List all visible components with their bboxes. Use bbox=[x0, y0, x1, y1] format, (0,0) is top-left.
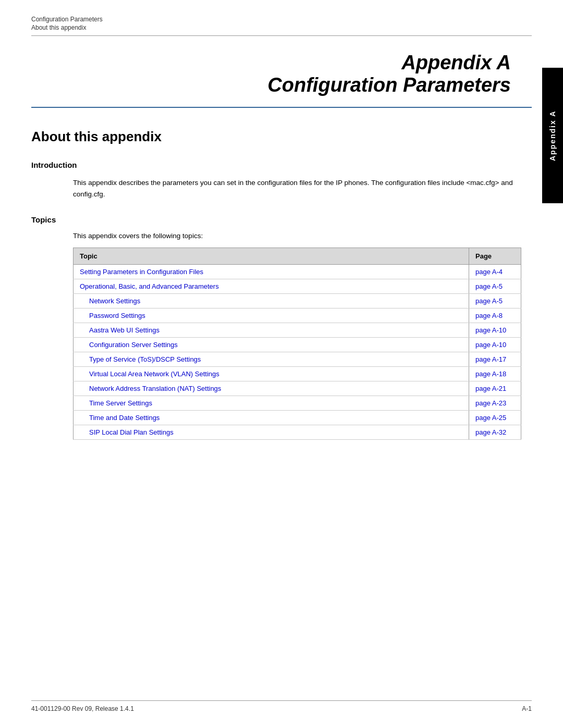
table-row: Setting Parameters in Configuration File… bbox=[74, 265, 521, 279]
side-tab-text: Appendix A bbox=[548, 110, 557, 161]
table-row: Network Settingspage A-5 bbox=[74, 294, 521, 309]
table-row: Operational, Basic, and Advanced Paramet… bbox=[74, 279, 521, 294]
table-cell-page[interactable]: page A-10 bbox=[469, 338, 521, 352]
footer-left: 41-001129-00 Rev 09, Release 1.4.1 bbox=[31, 705, 134, 712]
topics-table: Topic Page Setting Parameters in Configu… bbox=[73, 248, 521, 440]
table-cell-page[interactable]: page A-8 bbox=[469, 309, 521, 323]
table-cell-topic[interactable]: Configuration Server Settings bbox=[74, 338, 469, 352]
footer-right: A-1 bbox=[522, 705, 532, 712]
table-cell-page[interactable]: page A-32 bbox=[469, 425, 521, 440]
table-row: Configuration Server Settingspage A-10 bbox=[74, 338, 521, 352]
col-header-page: Page bbox=[469, 248, 521, 265]
topics-table-wrapper: Topic Page Setting Parameters in Configu… bbox=[31, 248, 532, 440]
table-row: Virtual Local Area Network (VLAN) Settin… bbox=[74, 367, 521, 381]
table-row: Time Server Settingspage A-23 bbox=[74, 396, 521, 411]
breadcrumb-line2: About this appendix bbox=[31, 24, 532, 31]
table-row: Type of Service (ToS)/DSCP Settingspage … bbox=[74, 352, 521, 367]
title-area: Appendix A Configuration Parameters bbox=[0, 36, 563, 107]
table-cell-topic[interactable]: Type of Service (ToS)/DSCP Settings bbox=[74, 352, 469, 367]
title-config-params: Configuration Parameters bbox=[31, 74, 511, 96]
table-cell-page[interactable]: page A-23 bbox=[469, 396, 521, 411]
table-cell-topic[interactable]: Operational, Basic, and Advanced Paramet… bbox=[74, 279, 469, 294]
table-cell-topic[interactable]: Network Address Translation (NAT) Settin… bbox=[74, 381, 469, 396]
table-row: Network Address Translation (NAT) Settin… bbox=[74, 381, 521, 396]
table-cell-page[interactable]: page A-4 bbox=[469, 265, 521, 279]
table-cell-topic[interactable]: Virtual Local Area Network (VLAN) Settin… bbox=[74, 367, 469, 381]
about-section-heading: About this appendix bbox=[31, 129, 532, 145]
table-cell-topic[interactable]: Password Settings bbox=[74, 309, 469, 323]
topics-heading: Topics bbox=[31, 215, 532, 224]
table-cell-topic[interactable]: Time Server Settings bbox=[74, 396, 469, 411]
table-header-row: Topic Page bbox=[74, 248, 521, 265]
footer: 41-001129-00 Rev 09, Release 1.4.1 A-1 bbox=[31, 700, 532, 712]
table-cell-page[interactable]: page A-10 bbox=[469, 323, 521, 338]
introduction-body: This appendix describes the parameters y… bbox=[31, 177, 532, 200]
header: Configuration Parameters About this appe… bbox=[0, 0, 563, 36]
table-cell-topic[interactable]: Network Settings bbox=[74, 294, 469, 309]
table-cell-page[interactable]: page A-25 bbox=[469, 411, 521, 425]
table-cell-page[interactable]: page A-5 bbox=[469, 279, 521, 294]
table-cell-topic[interactable]: SIP Local Dial Plan Settings bbox=[74, 425, 469, 440]
page-container: Appendix A Configuration Parameters Abou… bbox=[0, 0, 563, 728]
main-content: About this appendix Introduction This ap… bbox=[0, 108, 563, 455]
table-row: Aastra Web UI Settingspage A-10 bbox=[74, 323, 521, 338]
topics-intro: This appendix covers the following topic… bbox=[31, 232, 532, 240]
table-cell-topic[interactable]: Time and Date Settings bbox=[74, 411, 469, 425]
table-cell-page[interactable]: page A-5 bbox=[469, 294, 521, 309]
title-appendix-a: Appendix A bbox=[31, 52, 511, 74]
col-header-topic: Topic bbox=[74, 248, 469, 265]
breadcrumb-line1: Configuration Parameters bbox=[31, 16, 532, 23]
table-cell-page[interactable]: page A-17 bbox=[469, 352, 521, 367]
table-cell-topic[interactable]: Setting Parameters in Configuration File… bbox=[74, 265, 469, 279]
table-cell-page[interactable]: page A-21 bbox=[469, 381, 521, 396]
table-row: SIP Local Dial Plan Settingspage A-32 bbox=[74, 425, 521, 440]
table-row: Password Settingspage A-8 bbox=[74, 309, 521, 323]
table-row: Time and Date Settingspage A-25 bbox=[74, 411, 521, 425]
table-cell-topic[interactable]: Aastra Web UI Settings bbox=[74, 323, 469, 338]
table-cell-page[interactable]: page A-18 bbox=[469, 367, 521, 381]
introduction-heading: Introduction bbox=[31, 161, 532, 169]
